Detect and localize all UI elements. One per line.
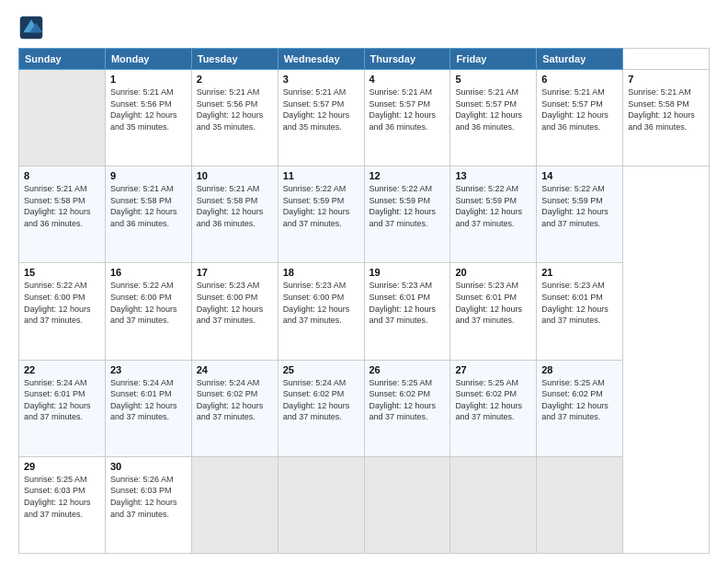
calendar-cell: 23 Sunrise: 5:24 AM Sunset: 6:01 PM Dayl… bbox=[105, 360, 191, 456]
calendar-cell: 3 Sunrise: 5:21 AM Sunset: 5:57 PM Dayli… bbox=[278, 70, 364, 167]
calendar-table: SundayMondayTuesdayWednesdayThursdayFrid… bbox=[18, 48, 710, 554]
calendar-cell: 9 Sunrise: 5:21 AM Sunset: 5:58 PM Dayli… bbox=[105, 167, 191, 263]
day-info: Sunrise: 5:25 AM Sunset: 6:02 PM Dayligh… bbox=[455, 377, 531, 423]
day-number: 25 bbox=[283, 364, 359, 375]
calendar-cell bbox=[537, 456, 623, 553]
calendar-header-row: SundayMondayTuesdayWednesdayThursdayFrid… bbox=[19, 49, 710, 70]
day-info: Sunrise: 5:23 AM Sunset: 6:00 PM Dayligh… bbox=[197, 280, 273, 326]
day-info: Sunrise: 5:24 AM Sunset: 6:01 PM Dayligh… bbox=[24, 377, 100, 423]
day-info: Sunrise: 5:21 AM Sunset: 5:57 PM Dayligh… bbox=[370, 86, 446, 132]
calendar-cell: 29 Sunrise: 5:25 AM Sunset: 6:03 PM Dayl… bbox=[19, 456, 106, 553]
calendar-cell: 12 Sunrise: 5:22 AM Sunset: 5:59 PM Dayl… bbox=[364, 167, 450, 263]
header bbox=[18, 15, 710, 40]
day-info: Sunrise: 5:23 AM Sunset: 6:01 PM Dayligh… bbox=[541, 280, 618, 326]
day-info: Sunrise: 5:21 AM Sunset: 5:57 PM Dayligh… bbox=[455, 86, 531, 132]
day-info: Sunrise: 5:21 AM Sunset: 5:58 PM Dayligh… bbox=[628, 86, 704, 132]
calendar-body: 1 Sunrise: 5:21 AM Sunset: 5:56 PM Dayli… bbox=[19, 70, 710, 554]
day-number: 12 bbox=[370, 170, 446, 181]
day-info: Sunrise: 5:24 AM Sunset: 6:01 PM Dayligh… bbox=[110, 377, 187, 423]
day-info: Sunrise: 5:21 AM Sunset: 5:58 PM Dayligh… bbox=[24, 183, 100, 229]
day-info: Sunrise: 5:23 AM Sunset: 6:01 PM Dayligh… bbox=[455, 280, 531, 326]
calendar-cell bbox=[450, 456, 537, 553]
calendar-cell: 1 Sunrise: 5:21 AM Sunset: 5:56 PM Dayli… bbox=[105, 70, 191, 167]
calendar-week-3: 15 Sunrise: 5:22 AM Sunset: 6:00 PM Dayl… bbox=[19, 263, 710, 360]
day-info: Sunrise: 5:22 AM Sunset: 6:00 PM Dayligh… bbox=[110, 280, 187, 326]
calendar-week-2: 8 Sunrise: 5:21 AM Sunset: 5:58 PM Dayli… bbox=[19, 167, 710, 263]
calendar-cell: 25 Sunrise: 5:24 AM Sunset: 6:02 PM Dayl… bbox=[278, 360, 364, 456]
day-info: Sunrise: 5:21 AM Sunset: 5:56 PM Dayligh… bbox=[197, 86, 273, 132]
day-number: 9 bbox=[110, 170, 187, 181]
calendar-header-wednesday: Wednesday bbox=[278, 49, 364, 70]
day-number: 5 bbox=[455, 74, 531, 85]
calendar-cell: 15 Sunrise: 5:22 AM Sunset: 6:00 PM Dayl… bbox=[19, 263, 106, 360]
day-number: 21 bbox=[541, 267, 618, 278]
day-info: Sunrise: 5:21 AM Sunset: 5:57 PM Dayligh… bbox=[541, 86, 618, 132]
calendar-cell: 8 Sunrise: 5:21 AM Sunset: 5:58 PM Dayli… bbox=[19, 167, 106, 263]
calendar-cell bbox=[364, 456, 450, 553]
calendar-cell: 13 Sunrise: 5:22 AM Sunset: 5:59 PM Dayl… bbox=[450, 167, 537, 263]
calendar-cell: 17 Sunrise: 5:23 AM Sunset: 6:00 PM Dayl… bbox=[191, 263, 278, 360]
day-info: Sunrise: 5:22 AM Sunset: 5:59 PM Dayligh… bbox=[541, 183, 618, 229]
calendar-cell: 18 Sunrise: 5:23 AM Sunset: 6:00 PM Dayl… bbox=[278, 263, 364, 360]
calendar-cell: 7 Sunrise: 5:21 AM Sunset: 5:58 PM Dayli… bbox=[623, 70, 710, 167]
day-info: Sunrise: 5:21 AM Sunset: 5:58 PM Dayligh… bbox=[197, 183, 273, 229]
day-info: Sunrise: 5:21 AM Sunset: 5:58 PM Dayligh… bbox=[110, 183, 187, 229]
calendar-cell: 20 Sunrise: 5:23 AM Sunset: 6:01 PM Dayl… bbox=[450, 263, 537, 360]
calendar-cell: 4 Sunrise: 5:21 AM Sunset: 5:57 PM Dayli… bbox=[364, 70, 450, 167]
calendar-cell: 27 Sunrise: 5:25 AM Sunset: 6:02 PM Dayl… bbox=[450, 360, 537, 456]
day-number: 13 bbox=[455, 170, 531, 181]
day-number: 20 bbox=[455, 267, 531, 278]
calendar-header-tuesday: Tuesday bbox=[191, 49, 278, 70]
day-number: 3 bbox=[283, 74, 359, 85]
day-info: Sunrise: 5:23 AM Sunset: 6:00 PM Dayligh… bbox=[283, 280, 359, 326]
day-info: Sunrise: 5:22 AM Sunset: 6:00 PM Dayligh… bbox=[24, 280, 100, 326]
day-info: Sunrise: 5:24 AM Sunset: 6:02 PM Dayligh… bbox=[197, 377, 273, 423]
calendar-cell: 28 Sunrise: 5:25 AM Sunset: 6:02 PM Dayl… bbox=[537, 360, 623, 456]
day-number: 17 bbox=[197, 267, 273, 278]
day-number: 27 bbox=[455, 364, 531, 375]
day-number: 23 bbox=[110, 364, 187, 375]
day-info: Sunrise: 5:22 AM Sunset: 5:59 PM Dayligh… bbox=[455, 183, 531, 229]
calendar-cell bbox=[191, 456, 278, 553]
calendar-header-thursday: Thursday bbox=[364, 49, 450, 70]
day-info: Sunrise: 5:22 AM Sunset: 5:59 PM Dayligh… bbox=[370, 183, 446, 229]
day-number: 22 bbox=[24, 364, 100, 375]
day-info: Sunrise: 5:24 AM Sunset: 6:02 PM Dayligh… bbox=[283, 377, 359, 423]
calendar-cell: 26 Sunrise: 5:25 AM Sunset: 6:02 PM Dayl… bbox=[364, 360, 450, 456]
day-number: 15 bbox=[24, 267, 100, 278]
day-number: 30 bbox=[110, 461, 187, 472]
day-number: 2 bbox=[197, 74, 273, 85]
day-info: Sunrise: 5:25 AM Sunset: 6:02 PM Dayligh… bbox=[541, 377, 618, 423]
calendar-cell: 6 Sunrise: 5:21 AM Sunset: 5:57 PM Dayli… bbox=[537, 70, 623, 167]
day-info: Sunrise: 5:21 AM Sunset: 5:56 PM Dayligh… bbox=[110, 86, 187, 132]
day-number: 28 bbox=[541, 364, 618, 375]
calendar-cell bbox=[278, 456, 364, 553]
day-number: 19 bbox=[370, 267, 446, 278]
day-number: 4 bbox=[370, 74, 446, 85]
calendar-week-4: 22 Sunrise: 5:24 AM Sunset: 6:01 PM Dayl… bbox=[19, 360, 710, 456]
day-number: 29 bbox=[24, 461, 100, 472]
calendar-cell: 11 Sunrise: 5:22 AM Sunset: 5:59 PM Dayl… bbox=[278, 167, 364, 263]
calendar-cell bbox=[19, 70, 106, 167]
day-number: 11 bbox=[283, 170, 359, 181]
day-info: Sunrise: 5:25 AM Sunset: 6:03 PM Dayligh… bbox=[24, 474, 100, 520]
day-number: 10 bbox=[197, 170, 273, 181]
calendar-cell: 16 Sunrise: 5:22 AM Sunset: 6:00 PM Dayl… bbox=[105, 263, 191, 360]
day-info: Sunrise: 5:26 AM Sunset: 6:03 PM Dayligh… bbox=[110, 474, 187, 520]
calendar-cell: 22 Sunrise: 5:24 AM Sunset: 6:01 PM Dayl… bbox=[19, 360, 106, 456]
day-info: Sunrise: 5:21 AM Sunset: 5:57 PM Dayligh… bbox=[283, 86, 359, 132]
day-number: 26 bbox=[370, 364, 446, 375]
calendar-week-5: 29 Sunrise: 5:25 AM Sunset: 6:03 PM Dayl… bbox=[19, 456, 710, 553]
day-number: 18 bbox=[283, 267, 359, 278]
calendar-cell: 19 Sunrise: 5:23 AM Sunset: 6:01 PM Dayl… bbox=[364, 263, 450, 360]
day-number: 1 bbox=[110, 74, 187, 85]
calendar-header-saturday: Saturday bbox=[537, 49, 623, 70]
logo-icon bbox=[18, 15, 44, 40]
day-number: 14 bbox=[541, 170, 618, 181]
calendar-header-sunday: Sunday bbox=[19, 49, 106, 70]
day-number: 24 bbox=[197, 364, 273, 375]
calendar-cell: 14 Sunrise: 5:22 AM Sunset: 5:59 PM Dayl… bbox=[537, 167, 623, 263]
day-info: Sunrise: 5:22 AM Sunset: 5:59 PM Dayligh… bbox=[283, 183, 359, 229]
calendar-header-friday: Friday bbox=[450, 49, 537, 70]
calendar-cell: 10 Sunrise: 5:21 AM Sunset: 5:58 PM Dayl… bbox=[191, 167, 278, 263]
